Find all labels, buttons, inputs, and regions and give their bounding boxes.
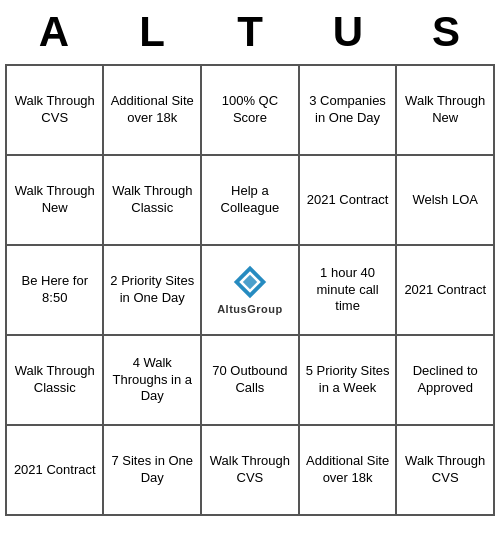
- cell-r1-c4: Welsh LOA: [396, 155, 494, 245]
- cell-r2-c0: Be Here for 8:50: [6, 245, 103, 335]
- altus-diamond-icon: [232, 264, 268, 300]
- cell-r3-c2: 70 Outbound Calls: [201, 335, 299, 425]
- cell-r3-c3: 5 Priority Sites in a Week: [299, 335, 397, 425]
- cell-r4-c3: Additional Site over 18k: [299, 425, 397, 515]
- cell-r4-c0: 2021 Contract: [6, 425, 103, 515]
- header-letter-l: L: [103, 8, 201, 56]
- cell-r3-c4: Declined to Approved: [396, 335, 494, 425]
- cell-r0-c1: Additional Site over 18k: [103, 65, 201, 155]
- cell-r4-c4: Walk Through CVS: [396, 425, 494, 515]
- header-row: ALTUS: [5, 8, 495, 56]
- cell-r0-c3: 3 Companies in One Day: [299, 65, 397, 155]
- header-letter-a: A: [5, 8, 103, 56]
- cell-r2-c2: AltusGroup: [201, 245, 299, 335]
- cell-r1-c2: Help a Colleague: [201, 155, 299, 245]
- cell-r4-c1: 7 Sites in One Day: [103, 425, 201, 515]
- cell-r0-c4: Walk Through New: [396, 65, 494, 155]
- cell-r0-c2: 100% QC Score: [201, 65, 299, 155]
- cell-r3-c1: 4 Walk Throughs in a Day: [103, 335, 201, 425]
- cell-r1-c3: 2021 Contract: [299, 155, 397, 245]
- cell-r2-c4: 2021 Contract: [396, 245, 494, 335]
- altus-text: AltusGroup: [217, 302, 283, 316]
- cell-r4-c2: Walk Through CVS: [201, 425, 299, 515]
- cell-r1-c1: Walk Through Classic: [103, 155, 201, 245]
- cell-r3-c0: Walk Through Classic: [6, 335, 103, 425]
- cell-r2-c1: 2 Priority Sites in One Day: [103, 245, 201, 335]
- header-letter-s: S: [397, 8, 495, 56]
- cell-r0-c0: Walk Through CVS: [6, 65, 103, 155]
- altus-logo: AltusGroup: [206, 264, 294, 316]
- bingo-grid: Walk Through CVSAdditional Site over 18k…: [5, 64, 495, 516]
- header-letter-t: T: [201, 8, 299, 56]
- cell-r2-c3: 1 hour 40 minute call time: [299, 245, 397, 335]
- header-letter-u: U: [299, 8, 397, 56]
- cell-r1-c0: Walk Through New: [6, 155, 103, 245]
